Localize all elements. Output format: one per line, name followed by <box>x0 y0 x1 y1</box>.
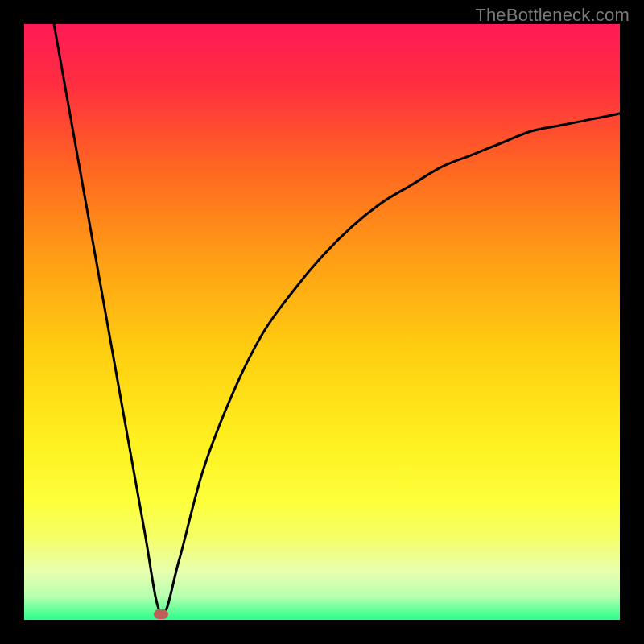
watermark-text: TheBottleneck.com <box>475 5 630 26</box>
bottleneck-curve <box>54 24 620 614</box>
curve-layer <box>24 24 620 620</box>
plot-area <box>24 24 620 620</box>
optimal-marker <box>154 609 168 619</box>
chart-frame: TheBottleneck.com <box>0 0 644 644</box>
